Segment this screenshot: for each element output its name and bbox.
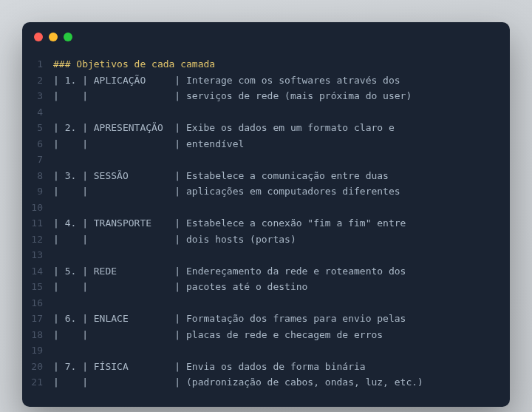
code-line: 3| | | serviços de rede (mais próxima do… [22, 88, 510, 104]
code-line: 8| 3. | SESSÃO | Estabelece a comunicaçã… [22, 168, 510, 184]
code-line: 20| 7. | FÍSICA | Envia os dados de form… [22, 359, 510, 375]
heading-text: ### Objetivos de cada camada [53, 56, 215, 72]
line-number: 10 [22, 200, 53, 216]
code-line: 16 [22, 295, 510, 311]
line-number: 19 [22, 342, 53, 359]
code-text: | 7. | FÍSICA | Envia os dados de forma … [53, 359, 366, 375]
code-text: | | | pacotes até o destino [53, 279, 307, 295]
line-number: 13 [22, 247, 53, 263]
code-line: 7 [22, 152, 510, 168]
line-number: 20 [22, 359, 53, 375]
line-number: 15 [22, 279, 53, 295]
code-line: 15| | | pacotes até o destino [22, 279, 510, 295]
code-text: | 6. | ENLACE | Formatação dos frames pa… [53, 311, 406, 327]
code-text: | | | (padronização de cabos, ondas, luz… [53, 374, 423, 391]
line-number: 21 [22, 374, 53, 391]
line-number: 17 [22, 311, 53, 327]
code-line: 17| 6. | ENLACE | Formatação dos frames … [22, 311, 510, 327]
line-number: 18 [22, 327, 53, 343]
line-number: 4 [22, 104, 53, 121]
line-number: 3 [22, 88, 53, 104]
code-text: | | | serviços de rede (mais próxima do … [53, 88, 412, 104]
code-text: | 4. | TRANSPORTE | Estabelece a conexão… [53, 215, 406, 232]
code-line: 12| | | dois hosts (portas) [22, 232, 510, 248]
code-line: 2| 1. | APLICAÇÃO | Interage com os soft… [22, 72, 510, 89]
code-line: 13 [22, 247, 510, 263]
code-text: | | | placas de rede e checagem de erros [53, 327, 383, 343]
code-text: | 3. | SESSÃO | Estabelece a comunicação… [53, 168, 389, 184]
code-line: 18| | | placas de rede e checagem de err… [22, 327, 510, 343]
code-text: | | | aplicações em computadores diferen… [53, 183, 400, 200]
code-line: 1 ### Objetivos de cada camada [22, 56, 510, 72]
editor-window: 1 ### Objetivos de cada camada 2| 1. | A… [22, 22, 510, 407]
line-number: 14 [22, 263, 53, 280]
line-number: 6 [22, 136, 53, 152]
code-text: | 2. | APRESENTAÇÃO | Exibe os dados em … [53, 120, 395, 136]
close-icon[interactable] [34, 33, 43, 41]
code-text: | 5. | REDE | Endereçamento da rede e ro… [53, 263, 406, 280]
window-titlebar [22, 22, 510, 52]
line-number: 16 [22, 295, 53, 311]
line-number: 7 [22, 152, 53, 168]
line-number: 9 [22, 183, 53, 200]
line-number: 5 [22, 120, 53, 136]
line-number: 2 [22, 72, 53, 89]
code-line: 19 [22, 342, 510, 359]
code-line: 4 [22, 104, 510, 121]
code-area: 1 ### Objetivos de cada camada 2| 1. | A… [22, 52, 510, 407]
code-text: | | | entendível [53, 136, 244, 152]
code-line: 11| 4. | TRANSPORTE | Estabelece a conex… [22, 215, 510, 232]
line-number: 8 [22, 168, 53, 184]
code-line: 21| | | (padronização de cabos, ondas, l… [22, 374, 510, 391]
code-line: 6| | | entendível [22, 136, 510, 152]
maximize-icon[interactable] [64, 33, 72, 41]
code-text: | 1. | APLICAÇÃO | Interage com os softw… [53, 72, 400, 89]
code-line: 14| 5. | REDE | Endereçamento da rede e … [22, 263, 510, 280]
line-number: 11 [22, 215, 53, 232]
line-number: 1 [22, 56, 53, 72]
minimize-icon[interactable] [49, 33, 58, 41]
code-line: 10 [22, 200, 510, 216]
code-text: | | | dois hosts (portas) [53, 232, 296, 248]
code-line: 5| 2. | APRESENTAÇÃO | Exibe os dados em… [22, 120, 510, 136]
line-number: 12 [22, 232, 53, 248]
code-line: 9| | | aplicações em computadores difere… [22, 183, 510, 200]
